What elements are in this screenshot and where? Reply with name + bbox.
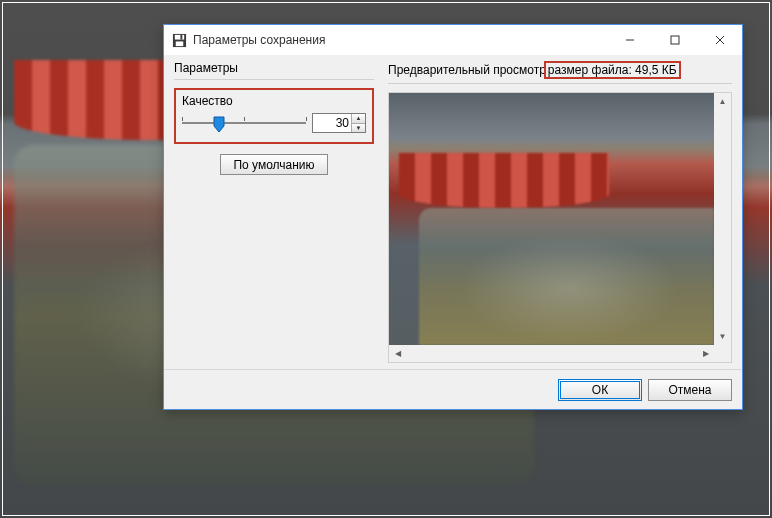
default-button[interactable]: По умолчанию — [220, 154, 327, 175]
cancel-button[interactable]: Отмена — [648, 379, 732, 401]
quality-slider[interactable] — [182, 112, 306, 134]
ok-button[interactable]: ОК — [558, 379, 642, 401]
preview-panel: Предварительный просмотр размер файла: 4… — [388, 61, 732, 363]
window-title: Параметры сохранения — [193, 33, 607, 47]
svg-rect-1 — [175, 34, 184, 39]
dialog-client-area: Параметры Качество — [164, 55, 742, 369]
save-options-dialog: Параметры сохранения Параметры Качество — [163, 24, 743, 410]
dialog-footer: ОК Отмена — [164, 369, 742, 409]
preview-image[interactable] — [389, 93, 714, 345]
quality-step-down[interactable]: ▼ — [352, 123, 365, 133]
quality-label: Качество — [182, 94, 366, 108]
titlebar[interactable]: Параметры сохранения — [164, 25, 742, 55]
quality-value-box: ▲ ▼ — [312, 113, 366, 133]
maximize-button[interactable] — [652, 25, 697, 55]
scroll-right-button[interactable]: ▶ — [697, 345, 714, 362]
horizontal-scroll-track[interactable] — [406, 345, 697, 362]
close-button[interactable] — [697, 25, 742, 55]
preview-header: Предварительный просмотр размер файла: 4… — [388, 61, 732, 84]
minimize-button[interactable] — [607, 25, 652, 55]
horizontal-scrollbar[interactable]: ◀ ▶ — [389, 345, 714, 362]
save-icon — [172, 33, 187, 48]
vertical-scrollbar[interactable]: ▲ ▼ — [714, 93, 731, 345]
scroll-corner — [714, 345, 731, 362]
svg-rect-3 — [180, 34, 182, 39]
preview-header-text: Предварительный просмотр — [388, 63, 546, 77]
svg-rect-5 — [671, 36, 679, 44]
parameters-header: Параметры — [174, 61, 374, 80]
scroll-down-button[interactable]: ▼ — [714, 328, 731, 345]
parameters-panel: Параметры Качество — [174, 61, 374, 363]
slider-thumb[interactable] — [213, 116, 225, 132]
quality-group-highlight: Качество — [174, 88, 374, 144]
quality-input[interactable] — [313, 114, 351, 132]
preview-box: ▲ ▼ ◀ ▶ — [388, 92, 732, 363]
vertical-scroll-track[interactable] — [714, 110, 731, 328]
scroll-left-button[interactable]: ◀ — [389, 345, 406, 362]
svg-rect-2 — [176, 41, 184, 46]
scroll-up-button[interactable]: ▲ — [714, 93, 731, 110]
filesize-highlight: размер файла: 49,5 КБ — [544, 61, 681, 79]
quality-step-up[interactable]: ▲ — [352, 114, 365, 123]
